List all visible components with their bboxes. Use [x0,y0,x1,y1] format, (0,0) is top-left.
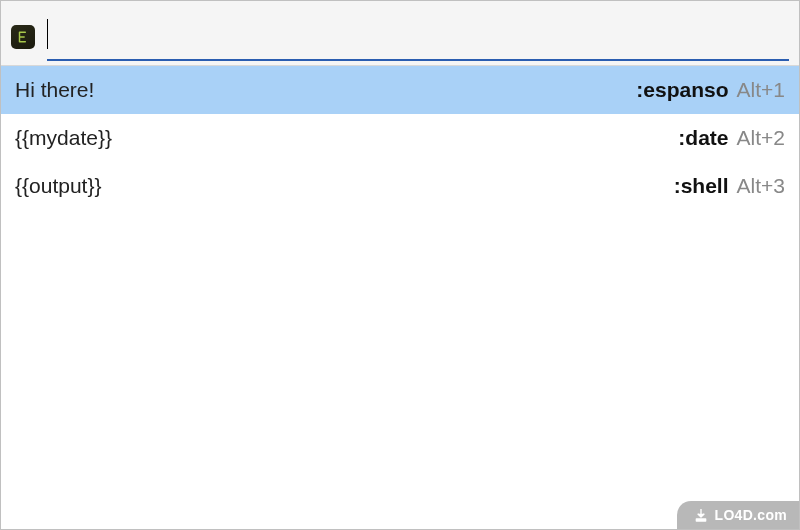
watermark-text: LO4D.com [715,507,787,523]
espanso-glyph-icon [16,30,30,44]
result-expansion: Hi there! [15,78,636,102]
search-header [1,1,799,66]
espanso-app-icon [11,25,35,49]
result-shortcut: Alt+2 [737,126,785,150]
results-list: Hi there! :espanso Alt+1 {{mydate}} :dat… [1,66,799,210]
result-row[interactable]: Hi there! :espanso Alt+1 [1,66,799,114]
result-meta: :shell Alt+3 [674,174,785,198]
watermark-badge: LO4D.com [677,501,799,529]
result-shortcut: Alt+1 [737,78,785,102]
result-shortcut: Alt+3 [737,174,785,198]
search-input[interactable] [48,14,789,54]
result-meta: :espanso Alt+1 [636,78,785,102]
download-icon [693,507,709,523]
result-expansion: {{output}} [15,174,674,198]
result-trigger: :shell [674,174,729,198]
result-row[interactable]: {{mydate}} :date Alt+2 [1,114,799,162]
result-expansion: {{mydate}} [15,126,678,150]
search-field-wrap[interactable] [47,13,789,61]
result-meta: :date Alt+2 [678,126,785,150]
result-trigger: :date [678,126,728,150]
result-row[interactable]: {{output}} :shell Alt+3 [1,162,799,210]
result-trigger: :espanso [636,78,728,102]
